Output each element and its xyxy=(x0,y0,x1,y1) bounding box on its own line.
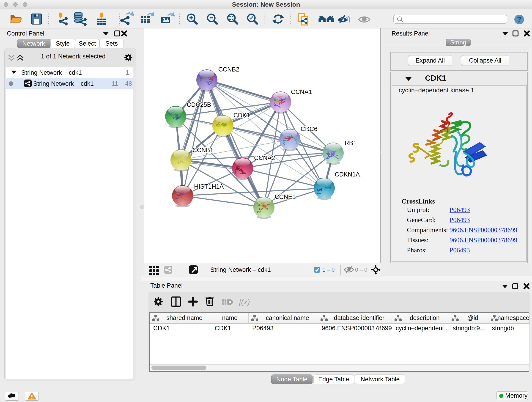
svg-text:48: 48 xyxy=(125,80,132,87)
svg-text:String Network – cdk1: String Network – cdk1 xyxy=(33,80,94,87)
svg-text:CDC25B: CDC25B xyxy=(187,101,211,108)
svg-text:String Network – cdk1: String Network – cdk1 xyxy=(21,69,82,76)
svg-text:CDC6: CDC6 xyxy=(301,126,317,133)
svg-text:CCNA2: CCNA2 xyxy=(254,154,275,161)
svg-text:CCNE1: CCNE1 xyxy=(275,193,296,200)
svg-text:String Network – cdk1: String Network – cdk1 xyxy=(210,266,271,273)
svg-text:CCNA1: CCNA1 xyxy=(291,89,312,95)
svg-text:CCNB2: CCNB2 xyxy=(218,66,239,73)
svg-text:11: 11 xyxy=(112,80,118,87)
svg-text:1: 1 xyxy=(126,69,129,76)
svg-text:CDKN1A: CDKN1A xyxy=(335,171,360,178)
svg-text:1 – 0: 1 – 0 xyxy=(322,267,335,273)
svg-text:HIST1H1A: HIST1H1A xyxy=(194,183,224,190)
svg-text:CCNB1: CCNB1 xyxy=(192,147,214,153)
svg-text:0 – 0: 0 – 0 xyxy=(355,267,367,273)
svg-text:CDK1: CDK1 xyxy=(234,112,250,119)
svg-text:RB1: RB1 xyxy=(345,140,357,147)
svg-text:f(x): f(x) xyxy=(239,298,250,306)
